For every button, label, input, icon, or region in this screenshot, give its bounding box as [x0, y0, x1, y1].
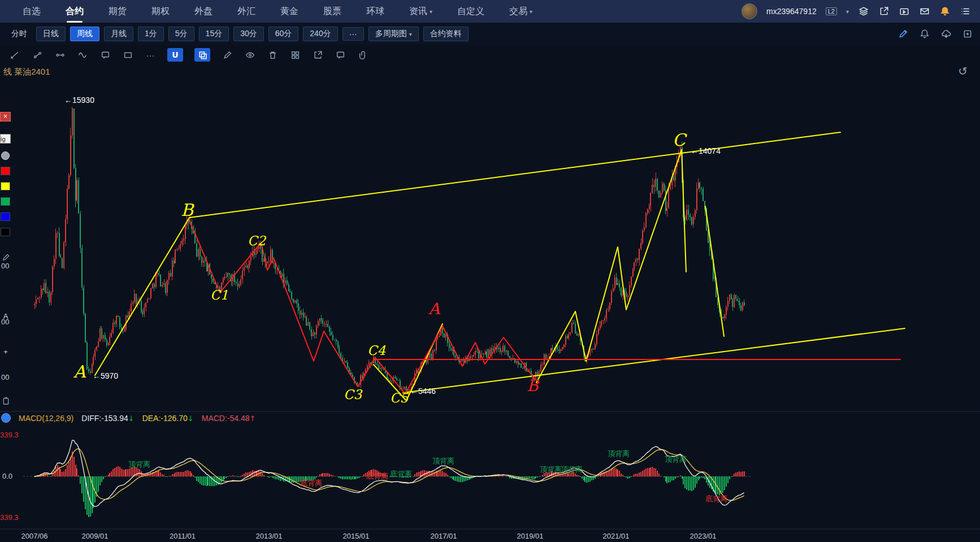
svg-text:底背离: 底背离 [300, 479, 322, 487]
period-240min[interactable]: 240分 [303, 27, 337, 41]
svg-text:顶背离: 顶背离 [540, 465, 562, 474]
svg-text:339.3: 339.3 [0, 513, 19, 522]
period-intraday[interactable]: 分时 [7, 27, 32, 41]
drawing-toolbar: ··· U [0, 45, 980, 64]
macd-indicator-label[interactable]: MACD(12,26,9) [19, 414, 73, 423]
nav-custom[interactable]: 自定义 [457, 6, 484, 18]
period-daily[interactable]: 日线 [36, 27, 66, 41]
components-grid-icon[interactable] [289, 49, 301, 60]
svg-text:←5970: ←5970 [93, 371, 118, 380]
layers-icon[interactable] [858, 6, 869, 17]
cloud-download-icon[interactable] [940, 28, 952, 40]
trendline-tool-icon[interactable] [9, 49, 20, 60]
color-swatch-red[interactable] [1, 167, 10, 175]
comment-icon[interactable] [335, 49, 346, 60]
svg-text:2009/01: 2009/01 [82, 532, 109, 540]
color-swatch-blue[interactable] [1, 213, 10, 221]
magnet-icon: U [172, 50, 178, 59]
caret-down-icon: ▾ [430, 8, 432, 15]
gray-color-circle[interactable] [1, 151, 10, 160]
drawing-properties-panel: × A + [0, 112, 11, 407]
alert-bell-icon[interactable] [919, 28, 930, 40]
macd-text: MACD:-54.48 [202, 414, 250, 423]
period-60min[interactable]: 60分 [268, 27, 299, 41]
curve-tool-icon[interactable] [32, 49, 43, 60]
down-arrow-icon: ↓ [128, 414, 135, 423]
color-swatch-black[interactable] [1, 228, 10, 236]
nav-forex[interactable]: 外汇 [237, 6, 255, 18]
pencil-tool-icon[interactable] [222, 49, 233, 60]
nav-gold[interactable]: 黄金 [280, 6, 298, 18]
rectangle-tool-icon[interactable] [122, 49, 133, 60]
main-chart[interactable]: ←15930←5970←5446←14074ABC2C1C3C4C5CAB000… [0, 0, 980, 542]
edit-pencil-icon[interactable] [897, 28, 909, 40]
multi-period-button[interactable]: 多周期图 ▾ [368, 27, 419, 41]
share-icon[interactable] [878, 6, 890, 17]
wave-tool-icon[interactable] [77, 49, 88, 60]
more-tools-icon[interactable] [962, 28, 973, 40]
clipboard-icon[interactable] [0, 397, 11, 407]
svg-text:顶背离: 顶背离 [608, 449, 630, 458]
period-monthly[interactable]: 月线 [104, 27, 133, 41]
svg-text:←15930: ←15930 [64, 96, 94, 105]
username[interactable]: mx239647912 [766, 7, 817, 16]
indicator-blue-dot-icon[interactable] [1, 413, 11, 423]
period-1min[interactable]: 1分 [138, 27, 164, 41]
nav-news[interactable]: 资讯 ▾ [409, 6, 432, 18]
label-input[interactable] [0, 134, 11, 144]
color-swatch-yellow[interactable] [1, 182, 10, 190]
flag-note-tool-icon[interactable] [99, 49, 111, 60]
close-icon[interactable]: × [0, 112, 11, 122]
caret-down-icon[interactable]: ▾ [846, 8, 849, 15]
more-drawing-tools-icon[interactable]: ··· [145, 49, 156, 60]
nav-futures[interactable]: 期货 [109, 6, 127, 18]
color-swatch-green[interactable] [1, 197, 10, 206]
svg-text:2015/01: 2015/01 [343, 532, 370, 540]
wave-A-to-B [95, 218, 189, 375]
trash-icon[interactable] [267, 49, 278, 60]
period-15min[interactable]: 15分 [199, 27, 229, 41]
period-30min[interactable]: 30分 [233, 27, 264, 41]
nav-trade[interactable]: 交易 ▾ [509, 6, 532, 18]
period-weekly[interactable]: 周线 [70, 27, 99, 41]
export-icon[interactable] [312, 49, 323, 60]
svg-text:B: B [527, 376, 540, 395]
svg-text:顶背离: 顶背离 [561, 465, 583, 474]
period-toolbar-right [897, 28, 973, 40]
nav-global[interactable]: 环球 [366, 6, 384, 18]
nav-watchlist[interactable]: 自选 [23, 6, 41, 18]
svg-text:顶背离: 顶背离 [432, 457, 454, 465]
svg-text:C2: C2 [248, 233, 267, 248]
visibility-eye-icon[interactable] [244, 49, 255, 60]
period-more-button[interactable]: ··· [342, 27, 364, 41]
down-arrow-icon: ↓ [188, 414, 194, 423]
text-tool-icon[interactable]: A [0, 312, 11, 320]
paperclip-icon[interactable] [357, 49, 368, 60]
link-nodes-tool-icon[interactable] [54, 49, 66, 60]
red-wave [189, 220, 535, 394]
svg-text:339.3: 339.3 [0, 431, 19, 439]
svg-text:C3: C3 [344, 387, 363, 402]
period-5min[interactable]: 5分 [168, 27, 194, 41]
bell-icon[interactable] [939, 6, 951, 17]
video-icon[interactable] [899, 6, 910, 17]
undo-icon[interactable]: ↺ [958, 64, 968, 78]
pencil-small-icon[interactable] [0, 253, 11, 263]
chart-title: 线 菜油2401 [3, 67, 50, 77]
upper-channel [189, 132, 840, 218]
nav-right-cluster: mx239647912 L2 ▾ [741, 3, 971, 19]
nav-contracts[interactable]: 合约 [66, 6, 84, 18]
magnet-tool-button[interactable]: U [167, 48, 183, 62]
avatar[interactable] [741, 3, 757, 19]
multi-period-label: 多周期图 [375, 29, 407, 39]
nav-options[interactable]: 期权 [151, 6, 170, 18]
svg-text:←14074: ←14074 [691, 146, 721, 155]
nav-external-markets[interactable]: 外盘 [194, 6, 213, 18]
nav-stocks[interactable]: 股票 [323, 6, 341, 18]
lower-channel [403, 328, 905, 393]
overlay-windows-button[interactable] [194, 48, 210, 62]
plus-tool-icon[interactable]: + [0, 348, 11, 356]
list-menu-icon[interactable] [960, 6, 971, 17]
contract-info-button[interactable]: 合约资料 [423, 27, 469, 41]
mail-icon[interactable] [919, 6, 930, 17]
